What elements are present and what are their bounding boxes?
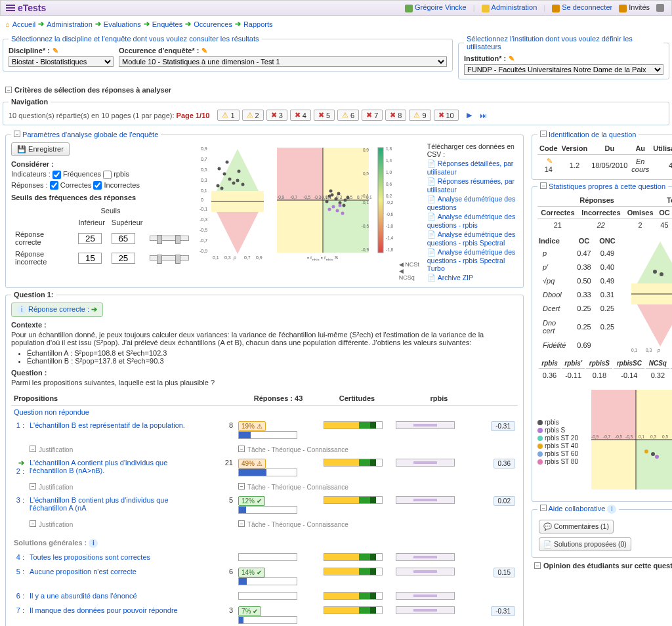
ident-legend[interactable]: Identification de la question: [537, 131, 639, 138]
pencil-icon[interactable]: ✎: [509, 54, 514, 62]
correct-checkbox[interactable]: [50, 181, 58, 190]
crumb-rapp[interactable]: Rapports: [243, 20, 273, 28]
svg-text:0,7: 0,7: [357, 195, 363, 199]
crumb-admin[interactable]: Administration: [47, 20, 93, 28]
dl-link-2[interactable]: 📄Analyse édumétrique des questions: [427, 195, 518, 211]
discipline-select[interactable]: Biostat - Biostatistiques: [9, 56, 114, 67]
solutions-button[interactable]: 📄 Solutions proposées (0): [539, 537, 631, 551]
pencil-icon[interactable]: ✎: [547, 157, 553, 165]
svg-text:-0,1: -0,1: [200, 207, 207, 211]
params-legend[interactable]: Paramètres d'analyse globale de l'enquêt…: [11, 131, 161, 138]
institution-select[interactable]: FUNDP - Facultés Universitaires Notre Da…: [464, 64, 663, 75]
gen-text[interactable]: Il manque des données pour pouvoir répon…: [30, 606, 178, 614]
dl-link-1[interactable]: 📄Réponses résumées, par utilisateur: [427, 177, 518, 194]
opinion-head[interactable]: Opinion des étudiants sur cette question: [534, 562, 672, 570]
ri-slider[interactable]: [150, 255, 189, 261]
rc-sup-input[interactable]: [112, 233, 135, 244]
svg-point-20: [217, 167, 220, 171]
dl-link-0[interactable]: 📄Réponses détaillées, par utilisateur: [427, 159, 518, 176]
incorrect-checkbox[interactable]: [93, 181, 102, 190]
rpbis-checkbox[interactable]: [103, 171, 112, 179]
svg-text:p: p: [233, 255, 236, 261]
comments-button[interactable]: 💬 Commentaires (1): [539, 520, 614, 533]
nav-q8[interactable]: ✖ 8: [385, 110, 406, 121]
prop-text[interactable]: L'échantillon A contient plus d'individu…: [30, 459, 167, 474]
last-icon[interactable]: ⏭: [480, 112, 487, 119]
dl-link-6[interactable]: 📄Archive ZIP: [427, 274, 518, 282]
svg-rect-99: [591, 440, 636, 490]
logout-link[interactable]: Se deconnecter: [552, 3, 612, 12]
svg-text:0,3: 0,3: [650, 434, 656, 439]
svg-point-83: [653, 270, 657, 274]
gen-text[interactable]: Il y a une absurdité dans l'énoncé: [30, 592, 137, 600]
rc-slider[interactable]: [150, 236, 189, 241]
dl-link-5[interactable]: 📄Analyse édumétrique des questions - rpb…: [427, 248, 518, 272]
col-prop: Propositions: [11, 392, 209, 406]
save-button[interactable]: 💾 Enregistrer: [11, 142, 70, 156]
prop-text[interactable]: L'échantillon B contient plus d'individu…: [30, 496, 169, 512]
guests-icon: [619, 5, 627, 12]
svg-point-59: [337, 192, 341, 196]
collab-legend[interactable]: Aide collaborative i: [537, 505, 619, 514]
gen-row: 6 :Il y a une absurdité dans l'énoncé: [11, 589, 518, 604]
crumb-enq[interactable]: Enquêtes: [152, 20, 182, 28]
app-title-text: eTests: [18, 3, 46, 13]
gen-row: 5 :Aucune proposition n'est correcte614%…: [11, 565, 518, 589]
svg-text:-0,5: -0,5: [200, 228, 207, 232]
svg-point-25: [236, 179, 239, 182]
ri-inf-input[interactable]: [78, 253, 102, 264]
crumb-occ[interactable]: Occurences: [194, 20, 232, 28]
svg-text:-0,3: -0,3: [200, 217, 207, 222]
svg-text:1,0: 1,0: [386, 170, 392, 175]
pencil-icon[interactable]: ✎: [201, 47, 207, 54]
nav-q2[interactable]: ⚠ 2: [242, 110, 264, 121]
indicators-row: Indicateurs : Fréquences rpbis: [11, 170, 193, 179]
nav-q9[interactable]: ⚠ 9: [409, 110, 430, 121]
svg-text:-0,7: -0,7: [603, 434, 611, 439]
nav-q5[interactable]: ✖ 5: [314, 110, 335, 121]
freq-checkbox[interactable]: [52, 171, 61, 179]
nav-q4[interactable]: ✖ 4: [290, 110, 311, 121]
next-icon[interactable]: ▶: [467, 111, 472, 119]
params-form: 💾 Enregistrer Considérer : Indicateurs :…: [11, 142, 193, 283]
pencil-icon[interactable]: ✎: [52, 47, 58, 54]
user-name[interactable]: Grégoire Vincke: [415, 3, 467, 11]
institution-label: Institution* :✎: [464, 54, 663, 63]
stats-fieldset: Statistiques propres à cette question Ré…: [532, 182, 672, 502]
svg-text:0,5: 0,5: [201, 167, 207, 172]
nav-q3[interactable]: ✖ 3: [266, 110, 287, 121]
rc-inf-input[interactable]: [78, 233, 102, 244]
admin-link[interactable]: Administration: [482, 3, 537, 12]
nav-q1[interactable]: ⚠ 1: [217, 110, 239, 121]
prop-row: ➔ 2 :L'échantillon A contient plus d'ind…: [11, 456, 518, 480]
svg-point-27: [241, 183, 244, 186]
user-badge[interactable]: Grégoire Vincke: [405, 3, 467, 12]
dl-link-4[interactable]: 📄Analyse édumétrique des questions - rpb…: [427, 230, 518, 247]
calendar-icon[interactable]: [656, 4, 664, 12]
app-title: eTests: [6, 3, 46, 13]
prop-text[interactable]: L'échantillon B est représentatif de la …: [30, 421, 185, 429]
gen-text[interactable]: Aucune proposition n'est correcte: [30, 568, 136, 575]
nav-q10[interactable]: ✖ 10: [434, 110, 459, 121]
gen-text[interactable]: Toutes les propositions sont correctes: [30, 553, 150, 561]
enquete-select[interactable]: Module 10 - Statistiques à une dimension…: [119, 56, 447, 67]
col-rpbis: rpbis: [393, 392, 485, 406]
dl-link-3[interactable]: 📄Analyse édumétrique des questions - rpb…: [427, 213, 518, 229]
nav-legend: Navigation: [9, 98, 51, 106]
crumb-accueil[interactable]: Accueil: [12, 20, 35, 28]
nav-q7[interactable]: ✖ 7: [362, 110, 383, 121]
svg-text:0,5: 0,5: [363, 171, 369, 176]
context-head: Contexte :: [11, 321, 518, 329]
ri-sup-input[interactable]: [112, 253, 135, 264]
svg-text:• rpbis   • rpbis S: • rpbis • rpbis S: [307, 255, 338, 261]
crumb-eval[interactable]: Evaluations: [104, 20, 141, 28]
svg-text:-0,9: -0,9: [200, 249, 207, 253]
stats-legend[interactable]: Statistiques propres à cette question: [537, 182, 668, 190]
criteria-head[interactable]: Critères de sélection des réponses à ana…: [5, 86, 667, 94]
nav-q6[interactable]: ⚠ 6: [337, 110, 359, 121]
menu-icon[interactable]: [6, 3, 15, 12]
svg-text:0,1: 0,1: [631, 348, 637, 352]
home-icon[interactable]: ⌂: [5, 20, 10, 28]
correct-answer-badge: i Réponse correcte : ➔: [11, 303, 103, 317]
info-icon[interactable]: i: [89, 539, 98, 548]
